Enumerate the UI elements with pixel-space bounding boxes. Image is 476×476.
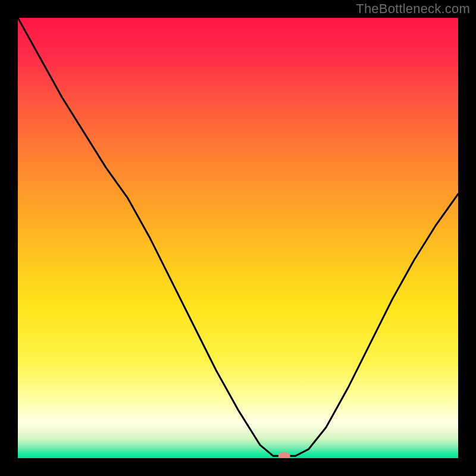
chart-svg — [18, 18, 458, 458]
chart-plot-area — [18, 18, 458, 458]
chart-background — [18, 18, 458, 458]
watermark-text: TheBottleneck.com — [356, 1, 470, 17]
optimum-marker — [278, 452, 290, 458]
chart-frame: TheBottleneck.com — [0, 0, 476, 476]
